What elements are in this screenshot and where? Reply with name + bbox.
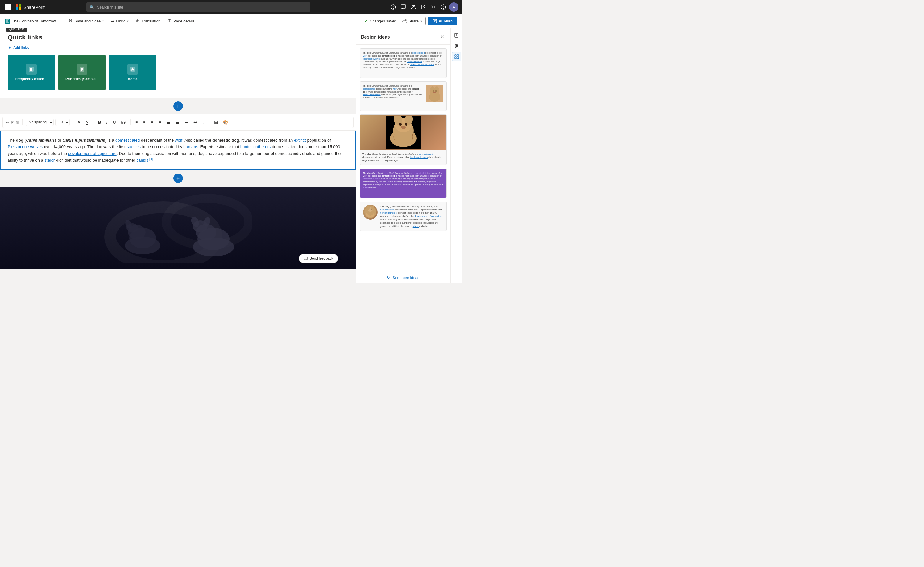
see-more-ideas-label: See more ideas [392, 276, 419, 280]
line-spacing-button[interactable]: ↕ [200, 119, 206, 126]
quick-link-label-2: Home [128, 77, 137, 81]
development-agriculture-link[interactable]: development of agriculture [68, 151, 117, 156]
align-justify-button[interactable]: ≡ [157, 119, 163, 126]
align-right-button[interactable]: ≡ [149, 119, 155, 126]
svg-rect-23 [69, 21, 71, 22]
changes-saved-checkmark: ✓ [365, 19, 368, 23]
translation-label: Translation [141, 19, 161, 23]
right-panel-tabs [450, 28, 462, 284]
undo-button[interactable]: ↩ Undo ▾ [108, 17, 132, 26]
idea-card-4[interactable]: The dog (Canis familiaris or Canis lupus… [360, 169, 447, 198]
quick-links-title: Quick links [8, 34, 348, 41]
highlight-button[interactable]: A̲ [84, 119, 90, 126]
page-toolbar: The Contoso of Tomorrow Save and close ▾… [0, 14, 462, 28]
outdent-button[interactable]: ↤ [192, 119, 199, 126]
undo-dropdown-icon: ▾ [127, 20, 129, 23]
design-panel-close-button[interactable]: ✕ [439, 33, 445, 41]
humans-link[interactable]: humans [183, 144, 198, 149]
waffle-menu-button[interactable] [3, 3, 12, 12]
tab-design-ideas-icon-button[interactable] [452, 52, 461, 61]
copy-icon[interactable]: ⎘ [12, 120, 14, 124]
idea-card-2-text: The dog Canis familiaris or Canis lupus … [363, 85, 424, 108]
svg-point-29 [405, 22, 406, 23]
search-icon: 🔍 [89, 5, 94, 9]
design-ideas-panel: Design ideas ✕ The dog Canis familiaris … [356, 28, 450, 284]
content-area[interactable]: Quick links Quick links ＋ Add links Freq… [0, 28, 356, 284]
search-input[interactable] [86, 2, 311, 12]
svg-rect-5 [9, 6, 11, 8]
add-section-button-2[interactable]: + [173, 174, 183, 183]
nav-icons-group: A [389, 2, 458, 12]
color-palette-button[interactable]: 🎨 [221, 119, 230, 126]
publish-button[interactable]: Publish [428, 17, 457, 25]
people-icon-button[interactable] [409, 3, 418, 12]
extinct-link[interactable]: extinct [294, 138, 306, 142]
share-button[interactable]: Share ▾ [399, 17, 426, 26]
quick-link-card-2[interactable]: Home [109, 55, 156, 90]
underline-button[interactable]: U [111, 119, 117, 126]
share-dropdown-icon: ▾ [421, 20, 422, 23]
style-select[interactable]: No spacing [26, 119, 54, 126]
quick-link-card-1[interactable]: Priorities [Sample... [59, 55, 105, 90]
size-select[interactable]: 18 [56, 119, 69, 126]
page-title-toolbar: The Contoso of Tomorrow [12, 19, 56, 23]
move-handle-icon[interactable]: ⊹ [6, 120, 10, 124]
translation-button[interactable]: Translation [133, 17, 163, 26]
wolf-link[interactable]: wolf [175, 138, 182, 142]
send-feedback-button[interactable]: Send feedback [299, 254, 338, 263]
align-left-button[interactable]: ≡ [134, 119, 140, 126]
add-links-button[interactable]: ＋ Add links [8, 45, 348, 50]
bold-button[interactable]: B [96, 119, 102, 126]
idea-card-5[interactable]: The dog (Canis familiaris or Canis lupus… [360, 202, 447, 231]
svg-rect-88 [457, 57, 459, 58]
idea-card-1[interactable]: The dog Canis familiaris or Canis lupus … [360, 48, 447, 78]
svg-point-16 [443, 9, 443, 9]
text-color-button[interactable]: A [76, 119, 82, 126]
quick-links-tooltip: Quick links [6, 28, 27, 32]
idea-card-1-text: The dog Canis familiaris or Canis lupus … [363, 52, 443, 69]
quick-link-card-0[interactable]: Frequently asked... [8, 55, 55, 90]
text-content-block[interactable]: The dog (Canis familiaris or Canis lupus… [0, 130, 356, 170]
indent-button[interactable]: ↦ [183, 119, 190, 126]
format-num-button[interactable]: 99 [119, 119, 128, 126]
domesticated-link[interactable]: domesticated [115, 138, 140, 142]
add-section-button-1[interactable]: + [173, 101, 183, 111]
idea-card-3[interactable]: The dog Canis familiaris or Canis lupus … [360, 114, 447, 165]
user-avatar[interactable]: A [449, 2, 458, 12]
bullet-list-button[interactable]: ☰ [165, 119, 172, 126]
table-button[interactable]: ▦ [212, 119, 219, 126]
page-details-button[interactable]: Page details [165, 17, 198, 26]
delete-icon[interactable]: 🗑 [16, 120, 20, 124]
chat-icon-button[interactable] [399, 3, 408, 12]
species-link[interactable]: species [127, 144, 141, 149]
microsoft-squares [16, 4, 21, 10]
tab-settings-icon-button[interactable] [452, 41, 461, 51]
svg-point-74 [371, 209, 372, 210]
svg-rect-4 [8, 6, 9, 8]
image-section[interactable]: Send feedback [0, 186, 356, 269]
align-center-button[interactable]: ≡ [141, 119, 147, 126]
search-container: 🔍 [86, 2, 311, 12]
format-sep-2 [72, 119, 73, 125]
idea-card-2[interactable]: The dog Canis familiaris or Canis lupus … [360, 81, 447, 111]
see-more-ideas-button[interactable]: ↻ See more ideas [356, 272, 450, 284]
num-list-button[interactable]: ☰ [174, 119, 181, 126]
microsoft-logo[interactable]: SharePoint [16, 4, 45, 10]
starch-link[interactable]: starch [45, 158, 56, 163]
format-sep-1 [23, 119, 23, 125]
italic-button[interactable]: I [105, 119, 110, 126]
flag-icon-button[interactable] [419, 3, 428, 12]
idea-card-5-text: The dog (Canis familiaris or Canis lupus… [380, 205, 443, 228]
question-icon-button[interactable] [439, 3, 448, 12]
svg-rect-0 [5, 4, 7, 6]
quick-link-icon-0 [26, 64, 36, 75]
design-panel-content[interactable]: The dog Canis familiaris or Canis lupus … [356, 45, 450, 272]
svg-point-13 [414, 6, 415, 7]
hunter-gatherers-link[interactable]: hunter-gatherers [240, 144, 271, 149]
pleistocene-wolves-link[interactable]: Pleistocene wolves [8, 144, 43, 149]
help-icon-button[interactable] [389, 3, 398, 12]
canids-link[interactable]: canids.[4] [137, 158, 153, 163]
save-close-button[interactable]: Save and close ▾ [65, 17, 107, 26]
settings-icon-button[interactable] [429, 3, 438, 12]
tab-page-icon-button[interactable] [452, 31, 461, 40]
